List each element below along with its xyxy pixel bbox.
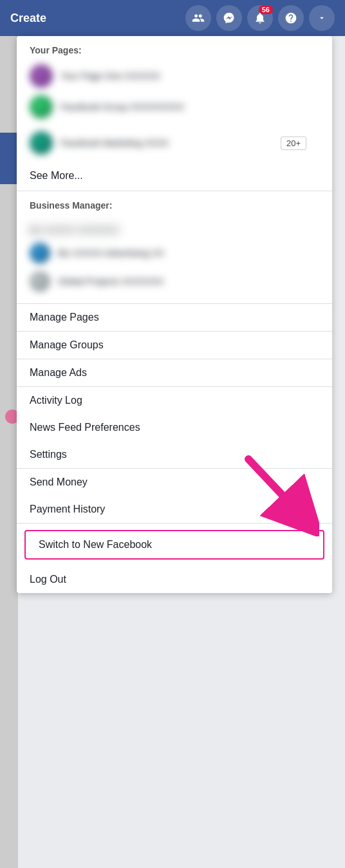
more-badge: 20+ — [281, 137, 306, 150]
list-item[interactable]: Biz XXXXX Advertising XX — [27, 239, 322, 267]
settings-item[interactable]: Settings — [17, 441, 332, 468]
pages-list: Your Page One XXXXXX Facebook Group XXXX… — [17, 61, 332, 127]
page-text: Facebook Group XXXXXXXXX — [61, 102, 319, 112]
list-item[interactable]: Biz XXXXX XXXXXXX — [27, 221, 322, 239]
page-name: Biz XXXXX XXXXXXX — [30, 225, 319, 235]
page-name: Your Page One XXXXXX — [61, 71, 319, 81]
manage-groups-item[interactable]: Manage Groups — [17, 332, 332, 359]
send-money-item[interactable]: Send Money — [17, 469, 332, 496]
page-item-with-badge: Facebook Marketing XXXX 20+ — [17, 127, 332, 164]
dropdown-panel: Your Pages: Your Page One XXXXXX Faceboo… — [17, 36, 332, 593]
manage-pages-item[interactable]: Manage Pages — [17, 304, 332, 331]
page-text: Your Page One XXXXXX — [61, 71, 319, 81]
page-text: Biz XXXXX Advertising XX — [58, 248, 319, 258]
list-item[interactable]: Facebook Marketing XXXX 20+ — [27, 127, 322, 158]
avatar — [30, 64, 53, 88]
avatar — [30, 95, 53, 118]
create-button[interactable]: Create — [10, 12, 46, 25]
avatar — [30, 131, 53, 155]
business-manager-label: Business Manager: — [17, 191, 332, 216]
list-item[interactable]: Your Page One XXXXXX — [27, 61, 322, 91]
bg-blue-block — [0, 133, 18, 184]
avatar — [30, 243, 50, 263]
page-name: Facebook Marketing XXXX — [61, 138, 273, 148]
business-list: Biz XXXXX XXXXXXX Biz XXXXX Advertising … — [17, 216, 332, 303]
help-icon-button[interactable] — [278, 5, 304, 31]
switch-to-new-facebook-item[interactable]: Switch to New Facebook — [24, 530, 324, 560]
list-item[interactable]: Facebook Group XXXXXXXXX — [27, 91, 322, 122]
messenger-icon-button[interactable] — [216, 5, 242, 31]
page-text: Global Projects XXXXXXX — [58, 276, 319, 287]
page-text: Facebook Marketing XXXX — [61, 138, 273, 148]
friends-icon-button[interactable] — [185, 5, 211, 31]
page-name: Global Projects XXXXXXX — [58, 276, 319, 287]
notification-badge: 56 — [259, 5, 273, 14]
notifications-icon-button[interactable]: 56 — [247, 5, 273, 31]
page-name: Facebook Group XXXXXXXXX — [61, 102, 319, 112]
your-pages-label: Your Pages: — [17, 36, 332, 61]
logout-item[interactable]: Log Out — [17, 566, 332, 593]
payment-history-item[interactable]: Payment History — [17, 496, 332, 523]
account-dropdown-button[interactable] — [309, 5, 335, 31]
news-feed-preferences-item[interactable]: News Feed Preferences — [17, 414, 332, 441]
header: Create 56 — [0, 0, 345, 36]
header-icons: 56 — [185, 5, 335, 31]
list-item[interactable]: Global Projects XXXXXXX — [27, 267, 322, 296]
page-text: Biz XXXXX XXXXXXX — [30, 225, 319, 235]
page-name: Biz XXXXX Advertising XX — [58, 248, 319, 258]
avatar — [30, 271, 50, 292]
manage-ads-item[interactable]: Manage Ads — [17, 359, 332, 386]
activity-log-item[interactable]: Activity Log — [17, 387, 332, 414]
see-more-link[interactable]: See More... — [17, 164, 332, 191]
